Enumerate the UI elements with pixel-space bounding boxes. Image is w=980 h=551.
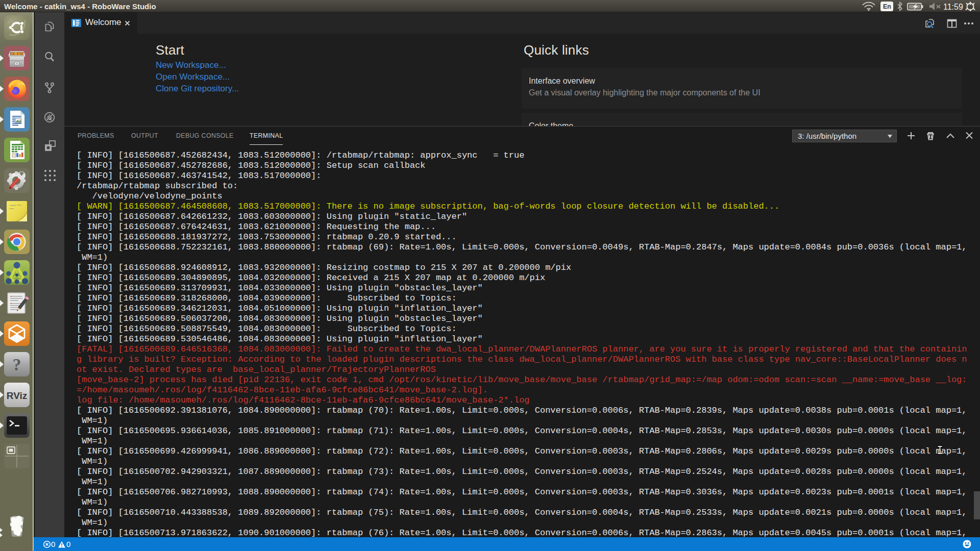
svg-text:En: En xyxy=(883,3,891,10)
svg-text:?: ? xyxy=(13,355,21,374)
svg-text:11:59: 11:59 xyxy=(943,3,963,11)
svg-text:RViz: RViz xyxy=(7,390,28,401)
